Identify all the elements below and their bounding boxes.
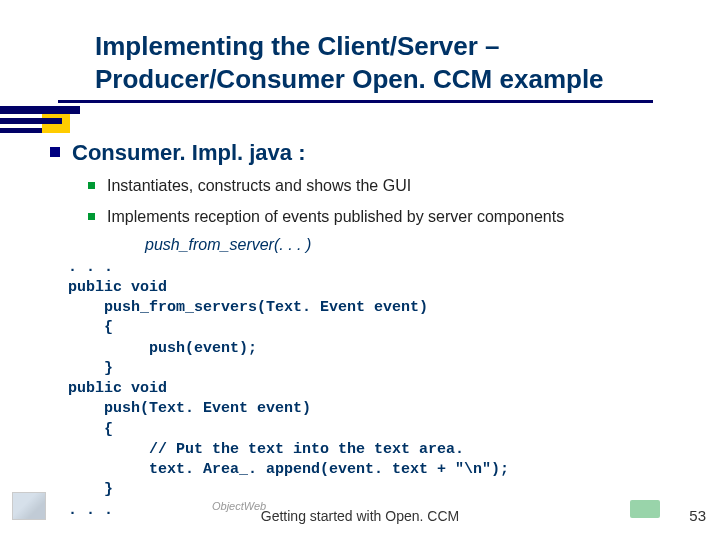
logo-left-icon: [12, 492, 46, 520]
page-number: 53: [689, 507, 706, 524]
level2-bullet: Instantiates, constructs and shows the G…: [88, 176, 700, 197]
level1-heading: Consumer. Impl. java :: [72, 140, 306, 166]
level2-text: Instantiates, constructs and shows the G…: [107, 176, 411, 197]
level1-bullet: Consumer. Impl. java :: [50, 140, 700, 166]
logo-right-icon: [630, 500, 660, 518]
sub-bullets: Instantiates, constructs and shows the G…: [88, 176, 700, 254]
title-line-1: Implementing the Client/Server –: [95, 31, 500, 61]
level2-italic-code: push_from_server(. . . ): [145, 236, 700, 254]
slide-footer: ObjectWeb Getting started with Open. CCM…: [0, 498, 720, 528]
level2-bullet: Implements reception of events published…: [88, 207, 700, 228]
bullet-square-icon: [88, 213, 95, 220]
accent-bar: [0, 118, 62, 124]
bullet-square-icon: [50, 147, 60, 157]
slide-content: Consumer. Impl. java : Instantiates, con…: [50, 140, 700, 521]
title-underline: [58, 100, 653, 103]
level2-text: Implements reception of events published…: [107, 207, 564, 228]
code-block: . . . public void push_from_servers(Text…: [68, 258, 700, 521]
accent-bar: [0, 128, 42, 133]
title-line-2: Producer/Consumer Open. CCM example: [95, 64, 604, 94]
bullet-square-icon: [88, 182, 95, 189]
slide-title: Implementing the Client/Server – Produce…: [95, 30, 690, 95]
footer-caption: Getting started with Open. CCM: [261, 508, 459, 524]
accent-bar: [0, 106, 80, 114]
